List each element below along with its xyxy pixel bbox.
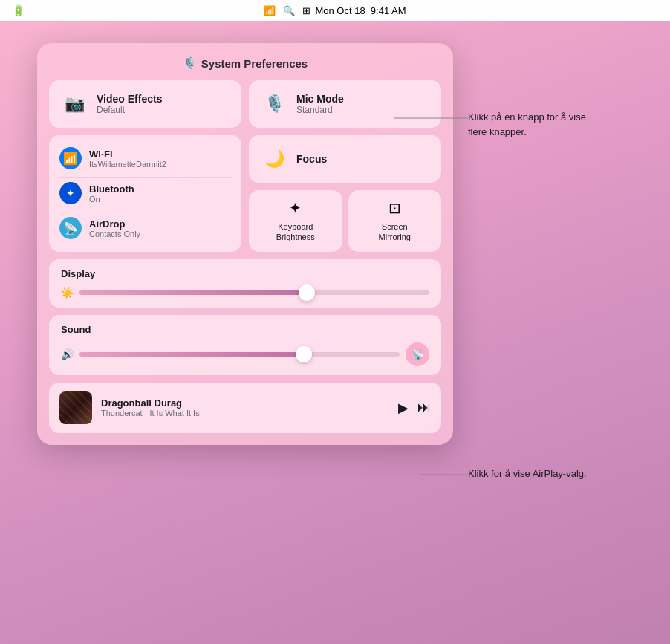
small-buttons-row: ✦ Keyboard Brightness ⊡ Screen Mirroring <box>249 190 441 252</box>
focus-icon: 🌙 <box>261 146 287 172</box>
right-group: 🌙 Focus ✦ Keyboard Brightness ⊡ Screen M… <box>249 135 441 252</box>
playback-controls: ▶ ⏭ <box>398 400 431 416</box>
screen-mirroring-icon: ⊡ <box>388 199 401 217</box>
mic-mode-icon: 🎙️ <box>261 91 287 117</box>
video-effects-icon: 📷 <box>61 91 88 117</box>
wifi-title: Wi-Fi <box>89 149 166 160</box>
top-row: 📷 Video Effects Default 🎙️ Mic Mode Stan… <box>49 80 441 128</box>
panel-title: 🎙️ System Preferences <box>49 56 441 70</box>
display-slider[interactable] <box>79 290 429 295</box>
screen-mirroring-card[interactable]: ⊡ Screen Mirroring <box>348 190 442 252</box>
bluetooth-item[interactable]: ✦ Bluetooth On <box>59 177 231 209</box>
callout-2: Klikk for å vise AirPlay-valg. <box>468 466 587 481</box>
menubar-datetime: Mon Oct 18 9:41 AM <box>315 5 406 16</box>
video-effects-subtitle: Default <box>97 105 162 115</box>
keyboard-brightness-card[interactable]: ✦ Keyboard Brightness <box>249 190 342 252</box>
callout-1: Klikk på en knapp for å vise flere knapp… <box>468 110 602 139</box>
mic-mode-card[interactable]: 🎙️ Mic Mode Standard <box>249 80 441 128</box>
display-section: Display ☀️ <box>49 259 441 308</box>
sound-slider[interactable] <box>79 352 400 357</box>
play-button[interactable]: ▶ <box>398 400 409 416</box>
focus-card[interactable]: 🌙 Focus <box>249 135 441 183</box>
screen-mirroring-label: Screen Mirroring <box>379 221 411 243</box>
album-art <box>59 391 92 424</box>
sound-label: Sound <box>61 324 429 335</box>
keyboard-brightness-icon: ✦ <box>289 199 302 217</box>
preferences-icon: 🎙️ <box>183 56 197 70</box>
airdrop-item[interactable]: 📡 AirDrop Contacts Only <box>59 212 231 244</box>
search-menubar-icon: 🔍 <box>283 5 295 16</box>
brightness-icon: ☀️ <box>61 287 74 299</box>
menubar-clock: 📶 🔍 ⊞ Mon Oct 18 9:41 AM <box>264 5 406 16</box>
wifi-icon: 📶 <box>59 147 82 169</box>
video-effects-card[interactable]: 📷 Video Effects Default <box>49 80 241 128</box>
airplay-button[interactable]: 📡 <box>406 342 429 366</box>
airdrop-subtitle: Contacts Only <box>89 230 140 238</box>
now-playing-title: Dragonball Durag <box>101 397 389 409</box>
menubar-icons-group: 📶 🔍 ⊞ <box>264 5 310 16</box>
display-slider-row: ☀️ <box>61 287 429 299</box>
sound-slider-row: 🔊 📡 <box>61 342 429 366</box>
now-playing-section: Dragonball Durag Thundercat - It Is What… <box>49 383 441 433</box>
keyboard-brightness-label: Keyboard Brightness <box>276 221 315 243</box>
mic-mode-subtitle: Standard <box>296 105 344 115</box>
menubar-left: 🔋 <box>12 4 25 17</box>
airdrop-icon: 📡 <box>59 217 82 239</box>
system-preferences-panel: 🎙️ System Preferences 📷 Video Effects De… <box>37 43 453 445</box>
desktop: 🎙️ System Preferences 📷 Video Effects De… <box>0 21 670 644</box>
skip-button[interactable]: ⏭ <box>417 400 431 415</box>
sound-section: Sound 🔊 📡 <box>49 315 441 375</box>
wifi-item[interactable]: 📶 Wi-Fi ItsWillametteDamnit2 <box>59 143 231 174</box>
bluetooth-subtitle: On <box>89 195 134 204</box>
video-effects-title: Video Effects <box>97 93 162 105</box>
controlcenter-menubar-icon: ⊞ <box>302 5 310 16</box>
bluetooth-icon: ✦ <box>59 182 82 204</box>
callout2-line <box>420 474 468 475</box>
middle-section: 📶 Wi-Fi ItsWillametteDamnit2 ✦ Bluetooth… <box>49 135 441 252</box>
mic-mode-title: Mic Mode <box>296 93 344 105</box>
bluetooth-title: Bluetooth <box>89 183 134 195</box>
now-playing-artist: Thundercat - It Is What It Is <box>101 409 389 417</box>
display-label: Display <box>61 268 429 279</box>
volume-icon: 🔊 <box>61 348 74 360</box>
battery-icon: 🔋 <box>12 4 25 16</box>
wifi-subtitle: ItsWillametteDamnit2 <box>89 160 166 169</box>
wifi-menubar-icon: 📶 <box>264 5 276 16</box>
airdrop-title: AirDrop <box>89 218 140 230</box>
callout1-line <box>394 117 468 119</box>
menubar: 🔋 📶 🔍 ⊞ Mon Oct 18 9:41 AM <box>0 0 670 21</box>
connectivity-group: 📶 Wi-Fi ItsWillametteDamnit2 ✦ Bluetooth… <box>49 135 241 252</box>
focus-title: Focus <box>296 153 327 165</box>
